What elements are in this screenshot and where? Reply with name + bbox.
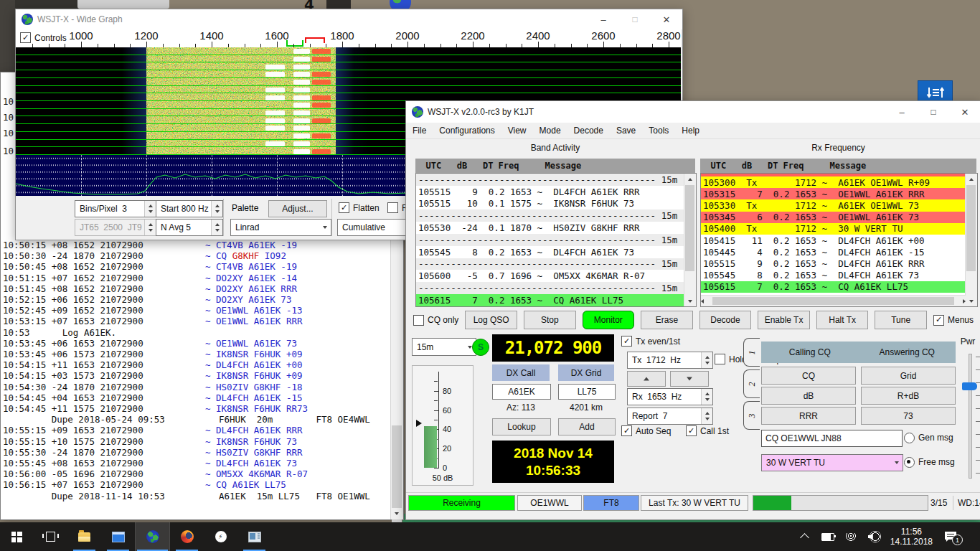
tx-even-checkbox[interactable]: Tx even/1st bbox=[621, 336, 680, 347]
message-tab-3[interactable]: 3 bbox=[743, 401, 760, 430]
table-row[interactable]: 105300 Tx 1712 ~ A61EK OE1WWL R+09 bbox=[701, 176, 966, 188]
table-row[interactable]: 105600 -5 0.7 1696 ~ OM5XX 4K6MAR R-07 bbox=[416, 270, 684, 282]
scroll-down-button[interactable] bbox=[391, 508, 402, 519]
wide-graph-titlebar[interactable]: WSJT-X - Wide Graph bbox=[16, 9, 682, 29]
table-row[interactable]: 105615 7 0.2 1653 ~ CQ A61EK LL75 bbox=[416, 294, 684, 306]
freq-up-button[interactable] bbox=[627, 371, 666, 387]
taskbar-clock[interactable]: 11:56 14.11.2018 bbox=[890, 527, 933, 547]
gen-message-input[interactable]: CQ OE1WWL JN88 bbox=[761, 430, 903, 447]
message-tab-2[interactable]: 2 bbox=[743, 369, 760, 398]
menus-checkbox[interactable]: Menus bbox=[933, 315, 974, 326]
scroll-down-button[interactable] bbox=[966, 296, 976, 306]
scroll-down-button[interactable] bbox=[684, 296, 695, 306]
menu-help[interactable]: Help bbox=[675, 126, 706, 136]
grid-button[interactable]: Grid bbox=[861, 367, 956, 385]
decode-button[interactable]: Decode bbox=[699, 311, 752, 329]
erase-button[interactable]: Erase bbox=[641, 311, 693, 329]
bins-pixel-spinner[interactable]: Bins/Pixel 3 bbox=[75, 200, 156, 217]
rrr-button[interactable]: RRR bbox=[761, 407, 856, 425]
menu-view[interactable]: View bbox=[501, 126, 533, 136]
jt65-jt9-split-spinner[interactable]: JT65 2500 JT9 bbox=[75, 219, 156, 236]
table-row[interactable]: ----------------------------------------… bbox=[416, 209, 684, 222]
tx-frequency-spinner[interactable]: Tx 1712 Hz bbox=[627, 352, 713, 369]
auto-seq-checkbox[interactable]: Auto Seq bbox=[621, 425, 671, 436]
table-row[interactable]: 105515 9 0.2 1653 ~ DL4FCH A61EK RRR bbox=[701, 258, 966, 269]
table-row[interactable]: 105415 11 0.2 1653 ~ DL4FCH A61EK +00 bbox=[701, 235, 966, 246]
scroll-up-button[interactable] bbox=[684, 174, 695, 184]
taskbar-start-button[interactable] bbox=[0, 522, 34, 551]
pwr-slider-handle[interactable] bbox=[962, 382, 977, 390]
table-row[interactable]: 105330 Tx 1712 ~ A61EK OE1WWL 73 bbox=[701, 199, 966, 211]
maximize-button[interactable] bbox=[918, 101, 949, 123]
menu-mode[interactable]: Mode bbox=[533, 126, 567, 136]
table-row[interactable]: 105545 8 0.2 1653 ~ DL4FCH A61EK 73 bbox=[416, 246, 684, 258]
palette-select[interactable]: Linrad bbox=[230, 219, 331, 236]
menu-configurations[interactable]: Configurations bbox=[433, 126, 501, 136]
table-row[interactable]: 105515 9 0.2 1653 ~ DL4FCH A61EK RRR bbox=[416, 186, 684, 198]
table-row[interactable]: 105445 4 0.2 1653 ~ DL4FCH A61EK -15 bbox=[701, 246, 966, 258]
73-button[interactable]: 73 bbox=[861, 407, 956, 425]
table-row[interactable]: 105530 -24 0.1 1870 ~ HS0ZIV G8KHF RRR bbox=[416, 222, 684, 234]
table-row[interactable]: 105400 Tx 1712 ~ 30 W VERT TU bbox=[701, 223, 966, 235]
cq-button[interactable]: CQ bbox=[761, 367, 856, 385]
menu-save[interactable]: Save bbox=[610, 126, 642, 136]
table-row[interactable]: 105515 10 0.1 1575 ~ IK8NSR F6HUK 73 bbox=[416, 198, 684, 210]
minimize-button[interactable] bbox=[886, 101, 918, 123]
table-row[interactable]: 105345 6 0.2 1653 ~ OE1WWL A61EK 73 bbox=[701, 212, 966, 223]
table-row[interactable]: ----------------------------------------… bbox=[416, 258, 684, 270]
start-hz-spinner[interactable]: Start 800 Hz bbox=[156, 200, 223, 217]
add-button[interactable]: Add bbox=[558, 418, 616, 435]
main-titlebar[interactable]: WSJT-X v2.0.0-rc3 by K1JT bbox=[406, 101, 980, 123]
halt-tx-button[interactable]: Halt Tx bbox=[816, 311, 869, 329]
menu-tools[interactable]: Tools bbox=[642, 126, 675, 136]
adjust-button[interactable]: Adjust... bbox=[268, 200, 327, 217]
freq-down-button[interactable] bbox=[670, 371, 709, 387]
menu-file[interactable]: File bbox=[406, 126, 433, 136]
close-button[interactable] bbox=[949, 101, 980, 123]
r-db-button[interactable]: R+dB bbox=[861, 387, 956, 405]
taskbar-file-explorer-button[interactable] bbox=[67, 522, 101, 551]
scroll-left-button[interactable] bbox=[701, 299, 704, 303]
table-row[interactable]: 105545 8 0.2 1653 ~ DL4FCH A61EK 73 bbox=[701, 270, 966, 281]
pwr-slider-track[interactable] bbox=[969, 354, 972, 479]
taskbar-app-window-gray-button[interactable] bbox=[237, 522, 271, 551]
monitor-button[interactable]: Monitor bbox=[583, 311, 635, 329]
enable-tx-button[interactable]: Enable Tx bbox=[758, 311, 810, 329]
tx-frequency-marker[interactable] bbox=[305, 37, 325, 43]
table-row[interactable]: 105615 7 0.2 1653 ~ CQ A61EK LL75 bbox=[701, 281, 966, 293]
scroll-right-button[interactable] bbox=[963, 299, 966, 303]
band-activity-scrollbar[interactable] bbox=[684, 174, 696, 306]
rx-frequency-spinner[interactable]: Rx 1653 Hz bbox=[627, 388, 713, 405]
free-message-select[interactable]: 30 W VERT TU bbox=[761, 454, 903, 471]
taskbar-app-window-blue-button[interactable] bbox=[101, 522, 135, 551]
flatten-checkbox[interactable]: Flatten bbox=[339, 202, 380, 213]
band-select[interactable]: 15m bbox=[412, 338, 476, 356]
frequency-scale[interactable]: Controls 1000120014001600180020002200240… bbox=[16, 29, 681, 48]
n-avg-spinner[interactable]: N Avg 5 bbox=[156, 219, 223, 236]
tune-button[interactable]: Tune bbox=[875, 311, 927, 329]
lookup-button[interactable]: Lookup bbox=[492, 418, 551, 435]
tray-expand-button[interactable] bbox=[798, 530, 811, 543]
dx-call-field[interactable]: A61EK bbox=[492, 384, 551, 400]
log-qso-button[interactable]: Log QSO bbox=[465, 311, 517, 329]
menu-decode[interactable]: Decode bbox=[567, 126, 610, 136]
table-row[interactable]: 105315 7 0.2 1653 ~ OE1WWL A61EK RRR bbox=[701, 188, 966, 199]
db-button[interactable]: dB bbox=[761, 387, 856, 405]
scroll-up-button[interactable] bbox=[966, 174, 976, 184]
maximize-button[interactable] bbox=[619, 9, 651, 29]
message-tab-1[interactable]: 1 bbox=[743, 338, 760, 367]
dx-grid-field[interactable]: LL75 bbox=[558, 384, 616, 400]
scrollbar-thumb[interactable] bbox=[966, 185, 976, 271]
gen-msg-radio[interactable]: Gen msg bbox=[904, 430, 958, 446]
report-spinner[interactable]: Report 7 bbox=[627, 408, 713, 425]
controls-checkbox[interactable]: Controls bbox=[20, 32, 67, 43]
taskbar-power-app-button[interactable] bbox=[204, 522, 237, 551]
taskbar-wsjtx-globe-button[interactable] bbox=[135, 522, 170, 551]
scrollbar-thumb[interactable] bbox=[685, 185, 694, 271]
log-scrollbar[interactable] bbox=[390, 239, 403, 519]
volume-status[interactable] bbox=[867, 530, 880, 543]
taskbar-firefox-button[interactable] bbox=[170, 522, 204, 551]
free-msg-radio[interactable]: Free msg bbox=[904, 454, 958, 470]
minimize-button[interactable] bbox=[588, 9, 619, 29]
split-status-button[interactable]: S bbox=[472, 339, 489, 356]
